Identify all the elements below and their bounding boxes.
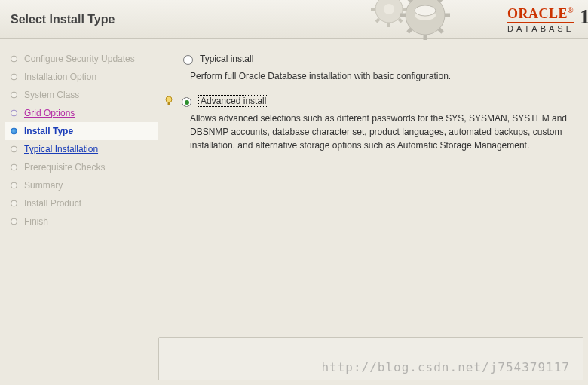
- svg-line-7: [399, 19, 402, 22]
- gears-icon: [362, 0, 467, 42]
- nav-step-label: Installation Option: [24, 72, 96, 82]
- advanced-install-label[interactable]: Advanced install: [198, 95, 268, 107]
- nav-dot-icon: [11, 218, 17, 225]
- advanced-install-radio[interactable]: [182, 97, 191, 107]
- brand-line1: ORACLE: [507, 6, 568, 21]
- svg-point-1: [384, 4, 394, 14]
- brand-version: 11: [580, 5, 588, 28]
- nav-step-label: Prerequisite Checks: [24, 162, 105, 173]
- nav-step-8: Install Product: [5, 194, 158, 212]
- svg-point-12: [415, 5, 436, 16]
- header-art-gears: [362, 0, 467, 42]
- nav-dot-icon: [11, 128, 17, 135]
- nav-step-2: System Class: [5, 86, 158, 104]
- nav-step-6: Prerequisite Checks: [5, 158, 158, 176]
- nav-step-4: Install Type: [5, 122, 158, 140]
- svg-line-8: [376, 19, 379, 22]
- nav-step-label: Summary: [24, 180, 63, 191]
- svg-line-18: [439, 29, 443, 32]
- nav-step-label: Configure Security Updates: [24, 53, 135, 64]
- nav-dot-icon: [11, 164, 17, 171]
- svg-line-19: [408, 29, 412, 32]
- nav-step-label: Install Product: [24, 198, 81, 209]
- nav-step-label: System Class: [24, 90, 79, 100]
- content-area: Typical install Perform full Oracle Data…: [158, 39, 588, 385]
- option-advanced-install: Advanced install Allows advanced selecti…: [164, 95, 571, 152]
- nav-dot-icon: [11, 110, 17, 117]
- nav-step-9: Finish: [5, 212, 158, 231]
- svg-line-20: [439, 0, 443, 2]
- nav-step-0: Configure Security Updates: [5, 50, 158, 68]
- nav-step-label: Finish: [24, 216, 48, 227]
- nav-dot-icon: [11, 74, 17, 81]
- brand-logo: ORACLE® DATABASE 11g: [507, 6, 574, 33]
- advanced-install-desc: Allows advanced selections such as diffe…: [164, 110, 571, 152]
- typical-install-label[interactable]: Typical install: [200, 53, 253, 64]
- nav-dot-icon: [11, 92, 17, 99]
- option-typical-install: Typical install Perform full Oracle Data…: [164, 53, 571, 83]
- bottom-panel: [158, 337, 583, 380]
- hint-icon: [164, 96, 173, 106]
- nav-step-3[interactable]: Grid Options: [5, 104, 158, 122]
- typical-install-radio[interactable]: [183, 55, 193, 65]
- svg-rect-22: [168, 102, 170, 105]
- nav-step-label: Typical Installation: [24, 144, 98, 154]
- nav-step-label: Install Type: [24, 126, 73, 136]
- nav-step-5[interactable]: Typical Installation: [5, 140, 158, 158]
- typical-install-desc: Perform full Oracle Database installatio…: [164, 68, 571, 83]
- wizard-sidebar: Configure Security UpdatesInstallation O…: [0, 39, 158, 385]
- nav-dot-icon: [11, 56, 17, 63]
- page-title: Select Install Type: [0, 13, 115, 26]
- svg-point-21: [166, 96, 172, 102]
- svg-line-17: [408, 0, 412, 2]
- nav-step-label: Grid Options: [24, 108, 75, 118]
- header-bar: Select Install Type: [0, 0, 588, 39]
- nav-dot-icon: [11, 182, 17, 189]
- nav-step-1: Installation Option: [5, 68, 158, 86]
- nav-dot-icon: [11, 200, 17, 207]
- nav-dot-icon: [11, 146, 17, 153]
- brand-line2: DATABASE: [507, 22, 574, 33]
- nav-step-7: Summary: [5, 176, 158, 194]
